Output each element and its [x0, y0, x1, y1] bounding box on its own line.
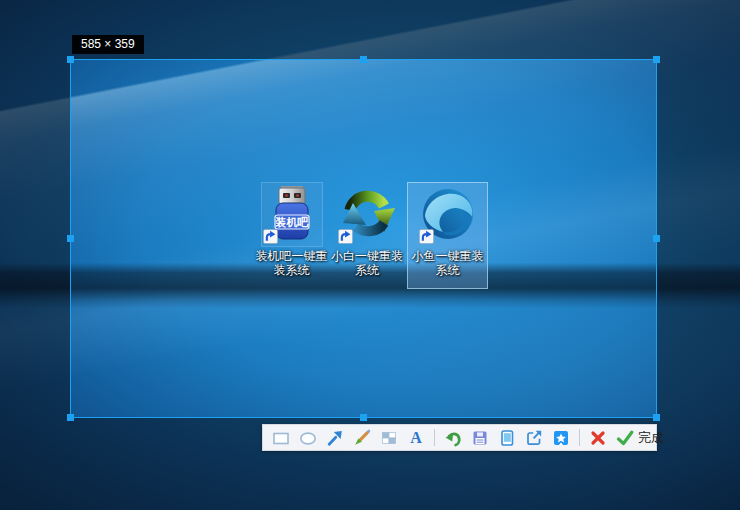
checkmark-icon — [616, 429, 634, 447]
share-icon — [525, 429, 543, 447]
mosaic-icon — [380, 429, 398, 447]
screenshot-capture-screen: 装机吧 装机吧一键重 装系统 — [0, 0, 740, 510]
brush-tool-button[interactable] — [353, 429, 371, 447]
text-tool-icon: A — [410, 430, 422, 446]
capture-toolbar: A — [262, 424, 657, 451]
cancel-button[interactable] — [589, 429, 607, 447]
capture-selection-rect[interactable] — [70, 59, 657, 418]
resize-handle-n[interactable] — [360, 56, 367, 63]
pin-button[interactable] — [552, 429, 570, 447]
save-icon — [471, 429, 489, 447]
done-button[interactable]: 完成 — [616, 429, 664, 447]
selection-size-label: 585 × 359 — [72, 35, 144, 54]
resize-handle-nw[interactable] — [67, 56, 74, 63]
close-icon — [589, 429, 607, 447]
pin-star-icon — [552, 429, 570, 447]
resize-handle-se[interactable] — [653, 414, 660, 421]
save-button[interactable] — [471, 429, 489, 447]
resize-handle-w[interactable] — [67, 235, 74, 242]
done-button-label: 完成 — [638, 429, 664, 447]
arrow-tool-button[interactable] — [326, 429, 344, 447]
device-icon — [498, 429, 516, 447]
resize-handle-ne[interactable] — [653, 56, 660, 63]
resize-handle-e[interactable] — [653, 235, 660, 242]
undo-icon — [444, 429, 462, 447]
resize-handle-sw[interactable] — [67, 414, 74, 421]
mosaic-tool-button[interactable] — [380, 429, 398, 447]
text-tool-button[interactable]: A — [407, 429, 425, 447]
send-to-device-button[interactable] — [498, 429, 516, 447]
brush-icon — [353, 429, 371, 447]
ellipse-tool-button[interactable] — [299, 429, 317, 447]
rectangle-tool-button[interactable] — [272, 429, 290, 447]
undo-button[interactable] — [444, 429, 462, 447]
arrow-icon — [326, 429, 344, 447]
resize-handle-s[interactable] — [360, 414, 367, 421]
toolbar-separator — [434, 429, 435, 446]
ellipse-icon — [299, 429, 317, 447]
toolbar-separator — [579, 429, 580, 446]
rectangle-icon — [272, 429, 290, 447]
share-button[interactable] — [525, 429, 543, 447]
